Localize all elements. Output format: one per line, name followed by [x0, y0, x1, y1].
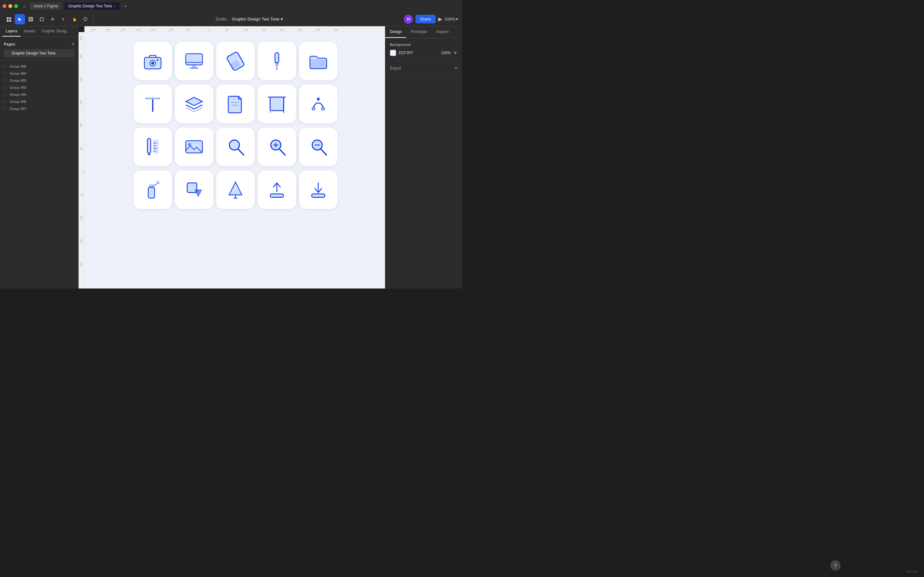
sidebar: Layers Assets Graphic Desig... Pages + ✓… — [0, 26, 79, 288]
layer-group-497[interactable]: Group 497 — [0, 105, 78, 112]
minimize-traffic-light[interactable] — [8, 4, 12, 8]
icon-card-layers[interactable] — [175, 85, 213, 123]
icon-card-search[interactable] — [216, 127, 255, 166]
svg-line-53 — [238, 149, 244, 155]
menu-button[interactable] — [4, 14, 14, 24]
avatar: H — [404, 15, 413, 24]
svg-point-64 — [157, 182, 159, 184]
tab-close-icon[interactable]: × — [114, 5, 116, 8]
layer-group-493[interactable]: Group 493 — [0, 84, 78, 91]
maximize-traffic-light[interactable] — [14, 4, 18, 8]
svg-rect-5 — [29, 17, 33, 21]
active-tab-label: Graphic Design Two Tone — [68, 4, 112, 8]
background-hex-value[interactable]: EEF3FF — [399, 51, 438, 55]
svg-rect-75 — [312, 194, 325, 197]
close-traffic-light[interactable] — [3, 4, 6, 8]
background-color-row: EEF3FF 100% 👁 — [390, 50, 457, 56]
background-color-swatch[interactable] — [390, 50, 396, 56]
icon-card-pencil-ruler[interactable] — [134, 127, 172, 166]
icon-card-typography[interactable] — [134, 85, 172, 123]
file-name[interactable]: Graphic Design Two Tone ▾ — [232, 17, 283, 21]
icon-card-search-minus[interactable] — [299, 127, 338, 166]
drag-handle-icon — [4, 73, 7, 74]
play-button[interactable]: ▶ — [438, 16, 442, 22]
icon-card-spray-can[interactable] — [134, 171, 172, 209]
export-label: Export — [390, 66, 401, 71]
icon-card-pen-tool[interactable] — [258, 42, 296, 80]
tab-design[interactable]: Design — [385, 26, 406, 38]
shape-tool-button[interactable] — [37, 14, 47, 24]
svg-point-67 — [159, 183, 160, 184]
title-bar: ⌂ moon x Figma Graphic Design Two Tone ×… — [0, 0, 462, 12]
icon-card-search-plus[interactable] — [258, 127, 296, 166]
hand-tool-button[interactable]: ✋ — [69, 14, 79, 24]
drag-handle-icon — [4, 108, 7, 110]
tab-pages-breadcrumb[interactable]: Graphic Desig... — [39, 26, 73, 37]
svg-rect-2 — [7, 20, 9, 22]
page-item-graphic-design[interactable]: ✓ Graphic Design Two Tone — [4, 49, 74, 57]
icon-card-monitor[interactable] — [175, 42, 213, 80]
svg-marker-69 — [195, 190, 202, 197]
tab-prototype[interactable]: Prototype — [406, 26, 431, 38]
icon-card-triangle-tool[interactable] — [216, 171, 255, 209]
background-opacity-value[interactable]: 100% — [441, 51, 451, 55]
icon-card-bezier[interactable] — [299, 85, 338, 123]
zoom-level[interactable]: 106% ▾ — [445, 17, 458, 21]
svg-marker-44 — [147, 153, 150, 155]
comment-tool-button[interactable] — [80, 14, 90, 24]
svg-rect-33 — [270, 97, 284, 111]
layer-group-494[interactable]: Group 494 — [0, 70, 78, 77]
tool-group-left: T ✋ — [4, 14, 94, 24]
chevron-down-icon: ▾ — [281, 17, 283, 21]
tab-inspect[interactable]: Inspect — [432, 26, 453, 38]
svg-point-13 — [84, 17, 87, 21]
drag-handle-icon — [4, 93, 7, 95]
icon-card-image-gallery[interactable] — [175, 127, 213, 166]
add-export-button[interactable]: + — [455, 65, 457, 71]
select-tool-button[interactable] — [15, 14, 25, 24]
layer-group-495[interactable]: Group 495 — [0, 77, 78, 84]
pages-title: Pages — [4, 42, 15, 47]
layer-group-498[interactable]: Group 498 — [0, 98, 78, 105]
tab-assets[interactable]: Assets — [21, 26, 39, 37]
svg-rect-30 — [146, 97, 160, 99]
horizontal-ruler: -350 -300 -250 -200 -150 -100 -50 0 50 1… — [84, 26, 385, 32]
layers-panel: Group 496 Group 494 Group 495 — [0, 60, 78, 288]
inactive-tab[interactable]: moon x Figma — [29, 3, 61, 10]
home-icon[interactable]: ⌂ — [23, 3, 26, 9]
svg-rect-19 — [186, 54, 202, 65]
svg-marker-4 — [18, 18, 21, 21]
add-tab-button[interactable]: + — [122, 3, 129, 9]
svg-rect-21 — [192, 65, 196, 68]
main-content: Layers Assets Graphic Desig... Pages + ✓… — [0, 26, 462, 288]
icon-card-folder[interactable] — [299, 42, 338, 80]
icon-card-eraser[interactable] — [216, 42, 255, 80]
layer-group-499[interactable]: Group 499 — [0, 91, 78, 98]
tab-layers[interactable]: Layers — [3, 26, 21, 37]
page-active-icon: ✓ — [6, 51, 10, 55]
icon-card-download[interactable] — [299, 171, 338, 209]
inactive-tab-label: moon x Figma — [33, 4, 58, 8]
visibility-toggle-icon[interactable]: 👁 — [453, 51, 457, 55]
svg-rect-18 — [157, 59, 158, 61]
icon-card-upload[interactable] — [258, 171, 296, 209]
canvas-background — [84, 32, 385, 288]
svg-text:✋: ✋ — [73, 17, 77, 21]
layer-group-496[interactable]: Group 496 — [0, 63, 78, 70]
export-section: Export + — [385, 61, 462, 76]
pen-tool-button[interactable] — [47, 14, 58, 24]
icon-card-document[interactable] — [216, 85, 255, 123]
svg-text:T: T — [62, 17, 65, 21]
breadcrumb-drafts[interactable]: Drafts — [216, 17, 227, 21]
add-page-button[interactable]: + — [71, 41, 74, 47]
icon-card-shape-select[interactable] — [175, 171, 213, 209]
svg-rect-0 — [7, 17, 9, 19]
share-button[interactable]: Share — [415, 15, 436, 23]
icon-card-crop[interactable] — [258, 85, 296, 123]
text-tool-button[interactable]: T — [58, 14, 69, 24]
icon-card-camera[interactable] — [134, 42, 172, 80]
active-tab[interactable]: Graphic Design Two Tone × — [65, 3, 120, 10]
canvas-area: -350 -300 -250 -200 -150 -100 -50 0 50 1… — [79, 26, 385, 288]
frame-tool-button[interactable] — [26, 14, 36, 24]
svg-rect-50 — [186, 141, 202, 153]
